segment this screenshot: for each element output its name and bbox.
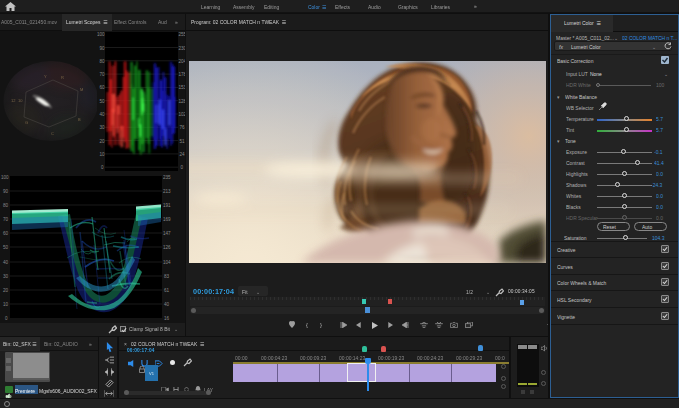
svg-text:70: 70: [3, 217, 9, 222]
svg-text:80: 80: [100, 59, 106, 64]
svg-text:100: 100: [1, 175, 9, 180]
svg-text:70: 70: [100, 72, 106, 77]
svg-text:10: 10: [3, 302, 9, 307]
svg-text:83: 83: [164, 274, 170, 279]
svg-text:40: 40: [100, 112, 106, 117]
svg-text:90: 90: [100, 46, 106, 51]
svg-text:30: 30: [100, 125, 106, 130]
svg-text:10: 10: [18, 98, 23, 103]
svg-text:12: 12: [11, 98, 16, 103]
svg-text:C: C: [51, 131, 54, 136]
svg-text:M: M: [80, 87, 83, 92]
svg-text:0: 0: [101, 165, 104, 170]
svg-text:B: B: [78, 117, 81, 122]
svg-text:40: 40: [164, 302, 170, 307]
svg-text:147: 147: [163, 231, 171, 236]
svg-text:0: 0: [5, 316, 8, 321]
svg-text:213: 213: [163, 189, 171, 194]
svg-text:G: G: [25, 120, 28, 125]
svg-text:191: 191: [163, 203, 171, 208]
svg-text:20: 20: [100, 139, 106, 144]
svg-text:10: 10: [100, 152, 106, 157]
svg-text:40: 40: [3, 260, 9, 265]
svg-text:126: 126: [163, 245, 171, 250]
svg-text:60: 60: [100, 85, 106, 90]
svg-text:104: 104: [163, 260, 171, 265]
svg-text:Y: Y: [44, 74, 47, 79]
svg-text:60: 60: [3, 231, 9, 236]
svg-text:16: 16: [164, 316, 170, 321]
svg-text:20: 20: [3, 288, 9, 293]
svg-text:30: 30: [3, 274, 9, 279]
svg-text:50: 50: [3, 245, 9, 250]
svg-text:50: 50: [100, 99, 106, 104]
svg-text:90: 90: [3, 189, 9, 194]
svg-text:61: 61: [164, 288, 170, 293]
svg-text:0: 0: [181, 165, 184, 170]
svg-text:100: 100: [97, 32, 105, 37]
svg-text:R: R: [61, 75, 64, 80]
svg-text:235: 235: [163, 175, 171, 180]
svg-text:169: 169: [163, 217, 171, 222]
svg-text:80: 80: [3, 203, 9, 208]
